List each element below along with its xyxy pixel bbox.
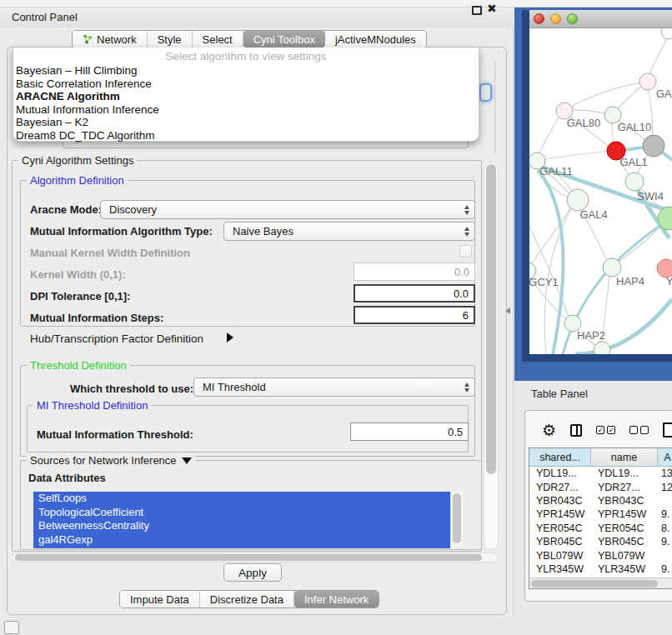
table-cell[interactable]: 8. — [658, 522, 672, 534]
table-cell[interactable]: YLR345W — [529, 563, 591, 575]
attribute-item[interactable]: BetweennessCentrality — [33, 519, 463, 533]
table-cell[interactable]: YER054C — [591, 522, 658, 534]
table-cell[interactable]: YDR27... — [529, 482, 591, 493]
table-cell[interactable]: 13 — [658, 468, 672, 479]
column-header-shared[interactable]: shared... — [529, 448, 591, 466]
node-label-hap2: HAP2 — [577, 329, 605, 342]
node-label-gal: GAL — [656, 88, 672, 100]
table-cell[interactable]: 9. — [658, 536, 672, 548]
table-cell[interactable]: 9. — [658, 563, 672, 575]
algorithm-option[interactable]: Dream8 DC_TDC Algorithm — [13, 129, 479, 142]
algorithm-option[interactable]: Bayesian – Hill Climbing — [13, 64, 479, 78]
network-node-top-cut[interactable] — [661, 28, 672, 39]
network-node-gray-node[interactable] — [643, 135, 664, 157]
algorithm-option[interactable]: Mutual Information Inference — [13, 103, 479, 117]
splitter-collapse-icon[interactable] — [505, 308, 510, 314]
close-traffic-light-icon[interactable] — [534, 13, 544, 24]
table-cell[interactable]: YPR145W — [591, 508, 658, 520]
hub-section-label[interactable]: Hub/Transcription Factor Definition — [30, 332, 203, 345]
tab-select[interactable]: Select — [193, 31, 243, 48]
algorithm-option[interactable]: ARACNE Algorithm — [13, 90, 479, 103]
node-label-gal80: GAL80 — [567, 117, 600, 129]
network-node-HAP4[interactable] — [603, 258, 621, 277]
table-row[interactable]: YDR27...YDR27...12 — [529, 480, 672, 493]
table-row[interactable]: YPR145WYPR145W9. — [529, 508, 672, 521]
mi-type-select[interactable]: Naive Bayes — [223, 222, 475, 241]
table-cell[interactable]: YPR145W — [529, 508, 591, 520]
dpi-tolerance-field[interactable]: 0.0 — [354, 284, 475, 302]
table-cell[interactable]: YER054C — [529, 522, 591, 534]
column-header-partial[interactable]: A — [658, 448, 672, 466]
table-row[interactable]: YBR043CYBR043C — [529, 494, 672, 508]
table-cell[interactable]: YBR045C — [529, 536, 591, 548]
table-cell[interactable]: YBR043C — [529, 495, 591, 507]
table-cell[interactable]: YBR043C — [591, 495, 658, 507]
table-row[interactable]: YBL079WYBL079W — [529, 548, 672, 562]
apply-button[interactable]: Apply — [223, 563, 282, 582]
zoom-traffic-light-icon[interactable] — [567, 13, 578, 24]
document-icon[interactable] — [663, 422, 672, 438]
tab-discretize-data[interactable]: Discretize Data — [200, 591, 294, 608]
table-cell[interactable]: YDL19... — [529, 468, 591, 479]
minimized-panel-icon[interactable] — [4, 621, 19, 634]
select-all-checks-icon[interactable]: ✓✓ — [596, 426, 615, 434]
mi-threshold-field[interactable]: 0.5 — [350, 422, 469, 441]
which-threshold-select[interactable]: MI Threshold — [193, 378, 475, 397]
table-cell[interactable]: YLR345W — [591, 563, 658, 575]
minimize-traffic-light-icon[interactable] — [550, 13, 561, 24]
gear-icon[interactable]: ⚙ — [542, 422, 556, 438]
tab-network[interactable]: Network — [73, 31, 148, 48]
column-header-name[interactable]: name — [591, 448, 658, 466]
node-label-gal4: GAL4 — [579, 208, 607, 221]
close-icon[interactable]: ✖ — [487, 2, 497, 15]
float-window-icon[interactable] — [472, 6, 482, 15]
deselect-all-icon[interactable] — [629, 426, 649, 434]
table-cell[interactable]: YDL19... — [591, 468, 658, 479]
attribute-item[interactable]: SelfLoops — [33, 492, 463, 506]
focused-button-fragment[interactable] — [479, 83, 492, 102]
table-horizontal-scrollbar[interactable] — [529, 578, 672, 588]
network-node-SWI4[interactable] — [625, 172, 644, 191]
stepper-icon — [464, 227, 469, 237]
table-row[interactable]: YER054CYER054C8. — [529, 522, 672, 535]
tab-cyni-toolbox[interactable]: Cyni Toolbox — [243, 31, 325, 48]
tab-infer-network[interactable]: Infer Network — [294, 591, 379, 608]
collapse-arrow-icon[interactable] — [182, 458, 192, 464]
tab-impute-data[interactable]: Impute Data — [120, 591, 200, 608]
table-cell[interactable]: YDR27... — [591, 482, 658, 493]
attribute-item[interactable]: TopologicalCoefficient — [33, 506, 463, 520]
expand-arrow-icon[interactable] — [227, 332, 233, 342]
attribute-item[interactable]: gal4RGexp — [33, 533, 463, 548]
network-canvas[interactable]: GALGAL80GAL10GAL1GAL11SWI4GAL4GCY1HAP4YH… — [529, 28, 672, 354]
network-node-bottom-cut[interactable] — [594, 342, 610, 354]
tab-jactivemnodules[interactable]: jActiveMNodules — [325, 31, 426, 48]
split-view-icon[interactable] — [570, 424, 582, 437]
kernel-width-field: 0.0 — [354, 262, 475, 281]
tab-label: Style — [158, 33, 182, 46]
tab-label: Network — [97, 33, 137, 46]
node-label-gal11: GAL11 — [539, 165, 573, 178]
table-row[interactable]: YBR045CYBR045C9. — [529, 535, 672, 548]
network-node-gal-top[interactable] — [639, 73, 656, 90]
mi-steps-field[interactable]: 6 — [354, 306, 475, 324]
mi-type-value: Naive Bayes — [233, 225, 293, 238]
network-view-window[interactable]: GALGAL80GAL10GAL1GAL11SWI4GAL4GCY1HAP4YH… — [522, 10, 672, 362]
table-row[interactable]: YLR345WYLR345W9. — [529, 562, 672, 576]
table-cell[interactable]: YBL079W — [591, 550, 658, 562]
network-desktop: GALGAL80GAL10GAL1GAL11SWI4GAL4GCY1HAP4YH… — [514, 8, 672, 381]
table-cell[interactable]: 9. — [658, 508, 672, 520]
threshold-definition-title: Threshold Definition — [27, 359, 130, 372]
table-cell[interactable]: 12 — [658, 482, 672, 493]
attributes-scrollbar[interactable] — [450, 492, 463, 548]
table-row[interactable]: YDL19...YDL19...13 — [529, 467, 672, 480]
algorithm-option[interactable]: Bayesian – K2 — [13, 116, 479, 129]
settings-horizontal-scrollbar[interactable] — [12, 552, 499, 562]
table-cell[interactable]: YBR045C — [591, 536, 658, 548]
settings-vertical-scrollbar[interactable] — [484, 162, 499, 550]
mi-threshold-label: Mutual Information Threshold: — [37, 428, 193, 441]
aracne-mode-select[interactable]: Discovery — [100, 200, 475, 219]
tab-style[interactable]: Style — [148, 31, 193, 48]
network-window-titlebar[interactable] — [529, 10, 672, 28]
algorithm-option[interactable]: Basic Correlation Inference — [13, 78, 479, 91]
table-cell[interactable]: YBL079W — [529, 550, 591, 562]
